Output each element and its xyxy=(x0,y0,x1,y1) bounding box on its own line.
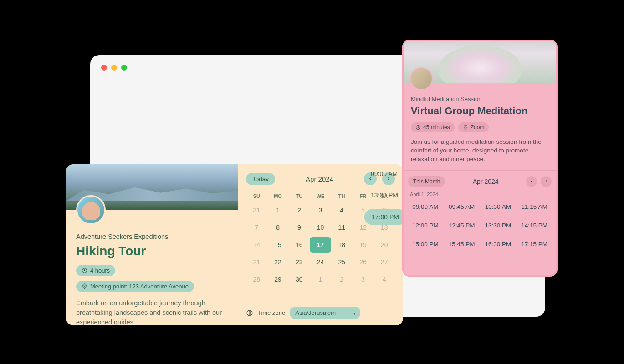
meditation-calendar-panel: This Month Apr 2024 April 1, 2024 09:00 … xyxy=(404,170,556,256)
time-slot-list: 09:00 AM13:00 PM17:00 PM xyxy=(364,167,406,225)
hiking-booking-card: Adventure Seekers Expeditions Hiking Tou… xyxy=(66,164,403,325)
meditation-calendar-header: This Month Apr 2024 xyxy=(408,176,552,187)
meditation-duration-pill: 45 minutes xyxy=(411,122,455,132)
meditation-time-slot[interactable]: 14:15 PM xyxy=(517,219,552,232)
calendar-day[interactable]: 27 xyxy=(373,254,395,270)
calendar-day[interactable]: 15 xyxy=(267,237,289,253)
calendar-day[interactable]: 3 xyxy=(310,202,331,218)
timezone-select[interactable]: Asia/Jerusalem xyxy=(290,307,360,319)
this-month-button[interactable]: This Month xyxy=(408,176,445,187)
calendar-day[interactable]: 4 xyxy=(373,272,395,287)
meditation-time-slot[interactable]: 12:00 PM xyxy=(408,219,443,232)
meditation-time-slot[interactable]: 10:30 AM xyxy=(481,201,516,213)
calendar-day[interactable]: 28 xyxy=(246,272,267,287)
calendar-day[interactable]: 22 xyxy=(267,254,289,270)
meditation-time-slot[interactable]: 13:30 PM xyxy=(481,219,516,232)
calendar-day[interactable]: 21 xyxy=(246,254,267,270)
location-icon xyxy=(463,125,468,130)
meditation-booking-card: Mindful Meditation Session Virtual Group… xyxy=(402,40,558,277)
location-pill: Meeting point: 123 Adventure Avenue xyxy=(76,281,194,292)
meditation-time-slot[interactable]: 09:45 AM xyxy=(445,201,479,213)
calendar-month-label: Apr 2024 xyxy=(281,175,358,183)
meditation-title: Virtual Group Meditation xyxy=(411,105,549,117)
meditation-time-slot[interactable]: 16:30 PM xyxy=(481,238,516,250)
close-window-button[interactable] xyxy=(101,65,107,71)
duration-text: 4 hours xyxy=(90,267,110,274)
timezone-label: Time zone xyxy=(258,309,285,316)
location-text: Meeting point: 123 Adventure Avenue xyxy=(90,283,189,290)
calendar-day[interactable]: 23 xyxy=(288,254,310,270)
chevron-right-icon xyxy=(544,179,548,183)
calendar-day[interactable]: 16 xyxy=(288,237,310,253)
meditation-meta-pills: 45 minutes Zoom xyxy=(411,122,549,132)
calendar-dow: TH xyxy=(331,192,353,201)
instructor-avatar xyxy=(410,67,433,90)
calendar-day[interactable]: 2 xyxy=(288,202,310,218)
meditation-time-slot[interactable]: 12:45 PM xyxy=(445,219,479,232)
calendar-day[interactable]: 20 xyxy=(373,237,395,253)
calendar-day[interactable]: 30 xyxy=(288,272,310,287)
calendar-day[interactable]: 26 xyxy=(353,254,374,270)
calendar-day[interactable]: 10 xyxy=(310,220,331,235)
meditation-time-slot[interactable]: 15:00 PM xyxy=(408,238,443,250)
guide-avatar xyxy=(76,195,106,225)
time-slot[interactable]: 13:00 PM xyxy=(364,188,406,202)
clock-icon xyxy=(415,125,421,130)
calendar-day[interactable]: 31 xyxy=(246,202,267,218)
timezone-row: Time zone Asia/Jerusalem ▾ xyxy=(246,302,395,319)
timezone-select-wrap[interactable]: Asia/Jerusalem ▾ xyxy=(290,307,360,319)
hiking-meta-pills: 4 hours Meeting point: 123 Adventure Ave… xyxy=(76,265,228,292)
calendar-day[interactable]: 1 xyxy=(267,202,289,218)
calendar-day[interactable]: 1 xyxy=(310,272,331,287)
calendar-day[interactable]: 11 xyxy=(331,220,353,235)
meditation-date-label: April 1, 2024 xyxy=(408,192,552,197)
meditation-time-slot[interactable]: 09:00 AM xyxy=(408,201,443,213)
calendar-dow: WE xyxy=(310,192,331,201)
meditation-month-label: Apr 2024 xyxy=(449,178,522,185)
calendar-day[interactable]: 29 xyxy=(267,272,289,287)
meditation-location-pill: Zoom xyxy=(458,122,489,132)
calendar-day[interactable]: 4 xyxy=(331,202,353,218)
svg-point-4 xyxy=(465,126,466,127)
med-prev-month-button[interactable] xyxy=(526,176,537,187)
meditation-time-slot[interactable]: 17:15 PM xyxy=(517,238,552,250)
svg-point-1 xyxy=(84,285,85,287)
calendar-day[interactable]: 17 xyxy=(310,237,331,253)
meditation-duration-text: 45 minutes xyxy=(423,124,450,131)
hiking-info-panel: Adventure Seekers Expeditions Hiking Tou… xyxy=(66,164,238,325)
meditation-session-name: Mindful Meditation Session xyxy=(411,96,549,102)
meditation-time-slot[interactable]: 11:15 AM xyxy=(517,201,552,213)
globe-icon xyxy=(246,309,253,317)
meditation-time-slot[interactable]: 15:45 PM xyxy=(445,238,479,250)
hiking-title: Hiking Tour xyxy=(76,244,228,258)
meditation-description: Join us for a guided meditation session … xyxy=(411,138,549,164)
time-slot[interactable]: 17:00 PM xyxy=(364,209,406,225)
calendar-day[interactable]: 18 xyxy=(331,237,353,253)
maximize-window-button[interactable] xyxy=(121,65,127,71)
today-button[interactable]: Today xyxy=(246,173,275,185)
calendar-day[interactable]: 2 xyxy=(331,272,353,287)
meditation-location-text: Zoom xyxy=(471,124,485,131)
calendar-day[interactable]: 19 xyxy=(353,237,374,253)
calendar-day[interactable]: 14 xyxy=(246,237,267,253)
calendar-day[interactable]: 3 xyxy=(353,272,374,287)
location-icon xyxy=(82,283,87,289)
hiking-description: Embark on an unforgettable journey throu… xyxy=(76,298,228,325)
duration-pill: 4 hours xyxy=(76,265,115,276)
hiking-provider: Adventure Seekers Expeditions xyxy=(76,233,228,240)
med-next-month-button[interactable] xyxy=(541,176,552,187)
calendar-day[interactable]: 24 xyxy=(310,254,331,270)
calendar-dow: TU xyxy=(288,192,310,201)
calendar-dow: SU xyxy=(246,192,267,201)
meditation-time-grid: 09:00 AM09:45 AM10:30 AM11:15 AM12:00 PM… xyxy=(408,201,552,250)
calendar-day[interactable]: 8 xyxy=(267,220,289,235)
calendar-day[interactable]: 25 xyxy=(331,254,353,270)
minimize-window-button[interactable] xyxy=(111,65,117,71)
chevron-left-icon xyxy=(530,179,534,183)
calendar-day[interactable]: 7 xyxy=(246,220,267,235)
clock-icon xyxy=(82,268,87,273)
calendar-day[interactable]: 9 xyxy=(288,220,310,235)
time-slot[interactable]: 09:00 AM xyxy=(364,167,406,181)
calendar-dow: MO xyxy=(267,192,289,201)
